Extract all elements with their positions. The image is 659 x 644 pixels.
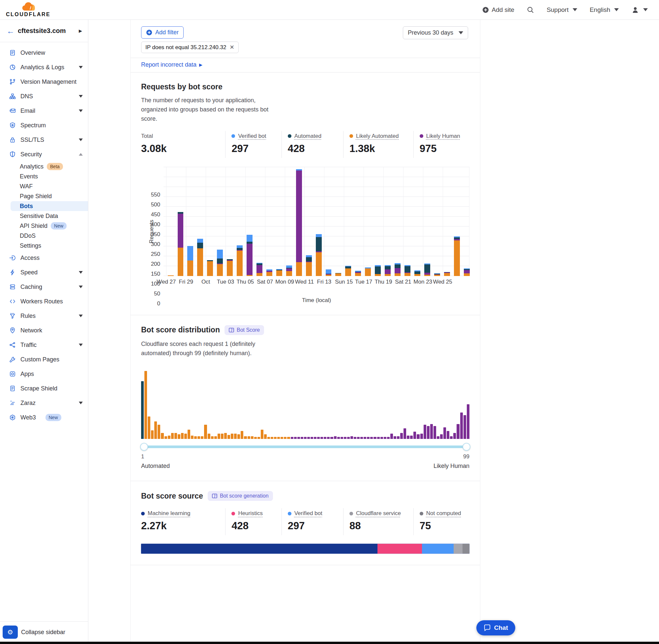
histogram-bar-score-47[interactable]	[294, 437, 297, 439]
histogram-bar-score-14[interactable]	[184, 434, 187, 439]
bar-segment-verified-bot-fri-13[interactable]	[326, 270, 332, 274]
histogram-bar-score-30[interactable]	[237, 434, 240, 439]
histogram-bar-score-99[interactable]	[467, 404, 469, 439]
histogram-bar-score-39[interactable]	[267, 437, 270, 439]
histogram-bar-score-84[interactable]	[417, 434, 419, 439]
filter-chip[interactable]: IP does not equal 35.212.240.32 ✕	[141, 42, 239, 53]
histogram-bar-score-72[interactable]	[377, 437, 380, 439]
bar-segment-likely-human-fri-20[interactable]	[395, 268, 401, 274]
bar-segment-automated-sat-30[interactable]	[197, 243, 203, 248]
sidebar-item-analytics[interactable]: AnalyticsBeta	[0, 162, 88, 171]
histogram-bar-score-56[interactable]	[324, 437, 326, 439]
bar-segment-verified-bot-fri-27[interactable]	[464, 269, 470, 269]
sidebar-item-scrape-shield[interactable]: Scrape Shield	[0, 381, 88, 396]
bar-segment-likely-automated-tue-10[interactable]	[296, 262, 302, 276]
histogram-bar-score-40[interactable]	[270, 437, 273, 439]
sidebar-item-web3[interactable]: Web3New	[0, 410, 88, 425]
bar-segment-verified-bot-thu-12[interactable]	[316, 234, 322, 237]
histogram-bar-score-17[interactable]	[194, 436, 197, 439]
bar-segment-verified-bot-tue-10[interactable]	[296, 169, 302, 170]
sidebar-item-custom-pages[interactable]: Custom Pages	[0, 352, 88, 367]
histogram-bar-score-66[interactable]	[357, 437, 360, 439]
bar-segment-likely-automated-wed-04[interactable]	[237, 251, 243, 276]
histogram-bar-score-69[interactable]	[367, 437, 370, 439]
back-arrow-icon[interactable]: ←	[6, 26, 15, 36]
add-filter-button[interactable]: Add filter	[141, 26, 184, 39]
bar-segment-automated-thu-26[interactable]	[454, 237, 460, 239]
histogram-bar-score-21[interactable]	[208, 434, 210, 439]
bar-segment-automated-mon-02[interactable]	[217, 258, 223, 263]
slider-handle-min[interactable]	[140, 443, 148, 451]
histogram-bar-score-81[interactable]	[407, 436, 409, 439]
histogram-bar-score-58[interactable]	[330, 437, 333, 439]
sidebar-item-overview[interactable]: Overview	[0, 46, 88, 60]
sidebar-item-page-shield[interactable]: Page Shield	[0, 191, 88, 201]
histogram-bar-score-35[interactable]	[254, 437, 257, 439]
sidebar-item-events[interactable]: Events	[0, 171, 88, 181]
sidebar-item-apps[interactable]: Apps	[0, 367, 88, 381]
bar-segment-likely-human-thu-19[interactable]	[385, 270, 391, 274]
bar-segment-likely-automated-tue-03[interactable]	[227, 261, 233, 276]
bar-segment-verified-bot-mon-09[interactable]	[286, 266, 292, 268]
sidebar-item-rules[interactable]: Rules	[0, 309, 88, 323]
bar-segment-verified-bot-thu-05[interactable]	[246, 235, 253, 242]
histogram-bar-score-16[interactable]	[191, 436, 193, 439]
histogram-bar-score-6[interactable]	[158, 425, 160, 439]
bar-segment-automated-wed-11[interactable]	[306, 257, 312, 261]
bar-segment-automated-fri-20[interactable]	[395, 264, 401, 268]
bar-segment-verified-bot-sat-21[interactable]	[404, 265, 410, 266]
bar-segment-likely-human-tue-10[interactable]	[296, 170, 302, 262]
bar-segment-verified-bot-sun-08[interactable]	[276, 269, 282, 270]
histogram-bar-score-4[interactable]	[151, 430, 154, 439]
sidebar-item-sensitive-data[interactable]: Sensitive Data	[0, 211, 88, 221]
sidebar-item-network[interactable]: Network	[0, 323, 88, 338]
bar-segment-likely-human-mon-09[interactable]	[286, 269, 292, 271]
bar-segment-likely-automated-thu-28[interactable]	[178, 248, 184, 276]
histogram-bar-score-76[interactable]	[390, 434, 393, 439]
bar-segment-automated-mon-09[interactable]	[286, 268, 292, 269]
bar-segment-likely-human-tue-03[interactable]	[227, 260, 233, 261]
sidebar-item-email[interactable]: Email	[0, 104, 88, 118]
histogram-bar-score-60[interactable]	[337, 437, 340, 439]
bar-segment-verified-bot-sun-15[interactable]	[345, 266, 351, 267]
histogram-bar-score-78[interactable]	[397, 436, 400, 439]
bar-segment-automated-tue-03[interactable]	[227, 259, 233, 260]
histogram-bar-score-98[interactable]	[464, 415, 466, 439]
source-bar-segment-not-computed[interactable]	[463, 544, 469, 554]
bar-segment-automated-thu-19[interactable]	[385, 266, 391, 270]
bar-segment-likely-automated-sun-15[interactable]	[345, 269, 351, 276]
bar-segment-likely-automated-thu-19[interactable]	[385, 274, 391, 276]
histogram-bar-score-92[interactable]	[443, 427, 446, 439]
bar-segment-automated-wed-04[interactable]	[237, 248, 243, 250]
bar-segment-verified-bot-fri-29[interactable]	[187, 246, 193, 260]
histogram-bar-score-91[interactable]	[440, 434, 443, 439]
sidebar-item-access[interactable]: Access	[0, 251, 88, 265]
bar-segment-automated-sun-22[interactable]	[415, 271, 420, 274]
histogram-bar-score-10[interactable]	[171, 433, 174, 439]
bar-segment-verified-bot-fri-20[interactable]	[395, 263, 401, 264]
bar-segment-likely-automated-thu-26[interactable]	[454, 240, 460, 276]
histogram-bar-score-90[interactable]	[437, 436, 440, 439]
bar-segment-automated-sat-14[interactable]	[335, 273, 341, 274]
histogram-bar-score-5[interactable]	[154, 421, 157, 439]
add-site-button[interactable]: Add site	[482, 6, 514, 14]
histogram-bar-score-57[interactable]	[327, 437, 330, 439]
bot-score-generation-badge[interactable]: Bot score generation	[208, 491, 273, 501]
histogram-bar-score-25[interactable]	[221, 434, 223, 439]
histogram-bar-score-23[interactable]	[214, 436, 217, 439]
histogram-bar-score-74[interactable]	[384, 437, 386, 439]
histogram-bar-score-38[interactable]	[264, 434, 267, 439]
bar-segment-automated-sun-01[interactable]	[207, 260, 213, 261]
histogram-bar-score-75[interactable]	[387, 437, 390, 439]
histogram-bar-score-20[interactable]	[204, 425, 207, 439]
histogram-bar-score-94[interactable]	[450, 436, 453, 439]
slider-handle-max[interactable]	[463, 443, 470, 451]
support-menu[interactable]: Support	[547, 6, 577, 14]
sidebar-item-speed[interactable]: Speed	[0, 265, 88, 280]
source-bar-segment-verified-bot[interactable]	[422, 544, 454, 554]
histogram-bar-score-79[interactable]	[400, 433, 403, 439]
sidebar-item-dns[interactable]: DNS	[0, 89, 88, 104]
bar-segment-likely-human-wed-04[interactable]	[237, 250, 243, 251]
bar-segment-likely-automated-thu-05[interactable]	[246, 275, 253, 276]
histogram-bar-score-52[interactable]	[310, 437, 313, 439]
